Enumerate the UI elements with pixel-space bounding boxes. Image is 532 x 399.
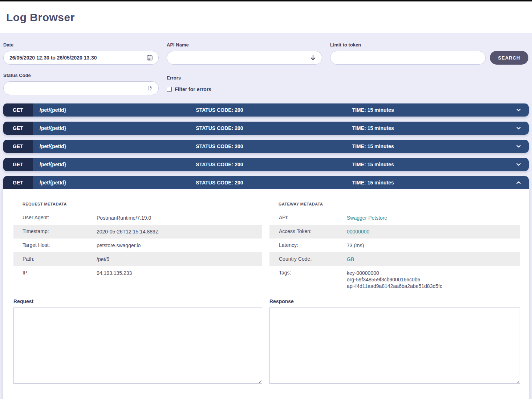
log-row-path: /pet/{petId} bbox=[33, 162, 196, 167]
chevron-down-icon[interactable] bbox=[508, 161, 529, 168]
search-button[interactable]: SEARCH bbox=[490, 51, 528, 65]
request-body-label: Request bbox=[13, 298, 262, 304]
filters-section: Date API Name Limit to token SEA bbox=[0, 33, 532, 95]
status-code-wrapper[interactable] bbox=[3, 81, 159, 95]
status-code-label: Status Code bbox=[3, 73, 159, 78]
log-row-status: STATUS CODE: 200 bbox=[196, 162, 352, 167]
filter-for-errors-checkbox[interactable] bbox=[167, 87, 172, 92]
api-name-select[interactable] bbox=[167, 51, 322, 65]
status-code-input[interactable] bbox=[9, 85, 145, 91]
metadata-value: 94.193.135.233 bbox=[97, 266, 262, 280]
limit-to-token-label: Limit to token bbox=[330, 42, 486, 48]
metadata-value-link[interactable]: GB bbox=[347, 252, 520, 266]
metadata-label: Target Host: bbox=[13, 239, 97, 252]
gateway-metadata-title: GATEWAY METADATA bbox=[269, 189, 520, 211]
metadata-row: API:Swagger Petstore bbox=[269, 211, 520, 225]
gateway-metadata-section: GATEWAY METADATA API:Swagger PetstoreAcc… bbox=[269, 189, 520, 293]
log-row[interactable]: GET /pet/{petId} STATUS CODE: 200 TIME: … bbox=[3, 140, 529, 153]
metadata-label: User Agent: bbox=[13, 211, 97, 224]
log-row-status: STATUS CODE: 200 bbox=[196, 125, 352, 131]
metadata-row: Timestamp:2020-05-26T12:15:14.889Z bbox=[13, 225, 262, 239]
page-title: Log Browser bbox=[6, 11, 75, 24]
date-filter: Date bbox=[3, 42, 159, 65]
gateway-metadata-table: API:Swagger PetstoreAccess Token:0000000… bbox=[269, 211, 520, 293]
api-name-input[interactable] bbox=[173, 55, 307, 61]
request-body-textarea[interactable] bbox=[13, 308, 262, 384]
calendar-icon[interactable] bbox=[147, 55, 153, 61]
metadata-row: Country Code:GB bbox=[269, 252, 520, 266]
metadata-label: Path: bbox=[13, 252, 97, 265]
limit-to-token-input[interactable] bbox=[336, 55, 479, 61]
limit-to-token-filter: Limit to token bbox=[330, 42, 486, 65]
metadata-value: /pet/5 bbox=[97, 252, 262, 266]
limit-to-token-wrapper[interactable] bbox=[330, 51, 486, 65]
method-badge: GET bbox=[3, 158, 33, 171]
method-badge: GET bbox=[3, 122, 33, 135]
method-badge: GET bbox=[3, 103, 33, 117]
log-row-path: /pet/{petId} bbox=[33, 107, 196, 113]
request-metadata-table: User Agent:PostmanRuntime/7.19.0Timestam… bbox=[13, 211, 262, 280]
metadata-value: petstore.swagger.io bbox=[97, 239, 262, 252]
metadata-label: Timestamp: bbox=[13, 225, 97, 238]
levels-icon bbox=[148, 85, 153, 91]
metadata-value-link[interactable]: Swagger Petstore bbox=[347, 211, 520, 225]
status-code-filter: Status Code bbox=[3, 73, 159, 95]
metadata-row: Path:/pet/5 bbox=[13, 252, 262, 266]
log-row-time: TIME: 15 minutes bbox=[352, 125, 508, 131]
metadata-row: User Agent:PostmanRuntime/7.19.0 bbox=[13, 211, 262, 225]
metadata-label: Latency: bbox=[269, 239, 347, 252]
response-body-section: Response bbox=[269, 293, 520, 385]
chevron-up-icon[interactable] bbox=[508, 179, 529, 186]
method-badge: GET bbox=[3, 140, 33, 153]
metadata-value: PostmanRuntime/7.19.0 bbox=[97, 211, 262, 225]
metadata-row: Latency:73 (ms) bbox=[269, 239, 520, 252]
log-row-status: STATUS CODE: 200 bbox=[196, 143, 352, 149]
response-body-label: Response bbox=[269, 298, 520, 304]
log-row[interactable]: GET /pet/{petId} STATUS CODE: 200 TIME: … bbox=[3, 103, 529, 117]
chevron-down-icon[interactable] bbox=[508, 125, 529, 131]
request-metadata-section: REQUEST METADATA User Agent:PostmanRunti… bbox=[13, 189, 262, 293]
filter-for-errors-label[interactable]: Filter for errors bbox=[175, 86, 211, 92]
log-row-time: TIME: 15 minutes bbox=[352, 143, 508, 149]
log-row-status: STATUS CODE: 200 bbox=[196, 180, 352, 186]
metadata-label: API: bbox=[269, 211, 347, 224]
errors-label: Errors bbox=[167, 75, 322, 81]
response-body-textarea[interactable] bbox=[269, 308, 520, 384]
chevron-down-icon[interactable] bbox=[508, 143, 529, 150]
log-row-time: TIME: 15 minutes bbox=[352, 162, 508, 167]
chevron-down-icon[interactable] bbox=[508, 107, 529, 113]
log-rows-list: GET /pet/{petId} STATUS CODE: 200 TIME: … bbox=[0, 95, 532, 399]
metadata-value: 73 (ms) bbox=[347, 239, 520, 252]
metadata-label: Access Token: bbox=[269, 225, 347, 238]
api-name-filter: API Name bbox=[167, 42, 322, 65]
api-name-label: API Name bbox=[167, 42, 322, 48]
metadata-label: Country Code: bbox=[269, 252, 347, 265]
arrow-down-icon[interactable] bbox=[310, 54, 316, 61]
metadata-row: Access Token:00000000 bbox=[269, 225, 520, 239]
date-input[interactable] bbox=[9, 55, 144, 61]
errors-filter: Errors Filter for errors bbox=[167, 75, 322, 95]
metadata-label: Tags: bbox=[269, 266, 347, 279]
date-input-wrapper[interactable] bbox=[3, 51, 159, 65]
method-badge: GET bbox=[3, 176, 33, 189]
log-row[interactable]: GET /pet/{petId} STATUS CODE: 200 TIME: … bbox=[3, 158, 529, 171]
page-header: Log Browser bbox=[0, 1, 532, 33]
log-row-path: /pet/{petId} bbox=[33, 125, 196, 131]
metadata-value-link[interactable]: 00000000 bbox=[347, 225, 520, 239]
request-body-section: Request bbox=[13, 293, 262, 385]
log-row[interactable]: GET /pet/{petId} STATUS CODE: 200 TIME: … bbox=[3, 176, 529, 189]
log-row-status: STATUS CODE: 200 bbox=[196, 107, 352, 113]
metadata-row: Target Host:petstore.swagger.io bbox=[13, 239, 262, 252]
date-label: Date bbox=[3, 42, 159, 48]
log-row-time: TIME: 15 minutes bbox=[352, 180, 508, 186]
metadata-label: IP: bbox=[13, 266, 97, 279]
log-row-time: TIME: 15 minutes bbox=[352, 107, 508, 113]
metadata-value: 2020-05-26T12:15:14.889Z bbox=[97, 225, 262, 239]
log-row-path: /pet/{petId} bbox=[33, 143, 196, 149]
log-row[interactable]: GET /pet/{petId} STATUS CODE: 200 TIME: … bbox=[3, 122, 529, 135]
log-row-path: /pet/{petId} bbox=[33, 180, 196, 186]
metadata-row: IP:94.193.135.233 bbox=[13, 266, 262, 280]
request-metadata-title: REQUEST METADATA bbox=[13, 189, 262, 211]
metadata-value: key-00000000org-59f348559f3cb9000166c0b6… bbox=[347, 266, 520, 293]
log-detail-panel: REQUEST METADATA User Agent:PostmanRunti… bbox=[3, 189, 529, 399]
